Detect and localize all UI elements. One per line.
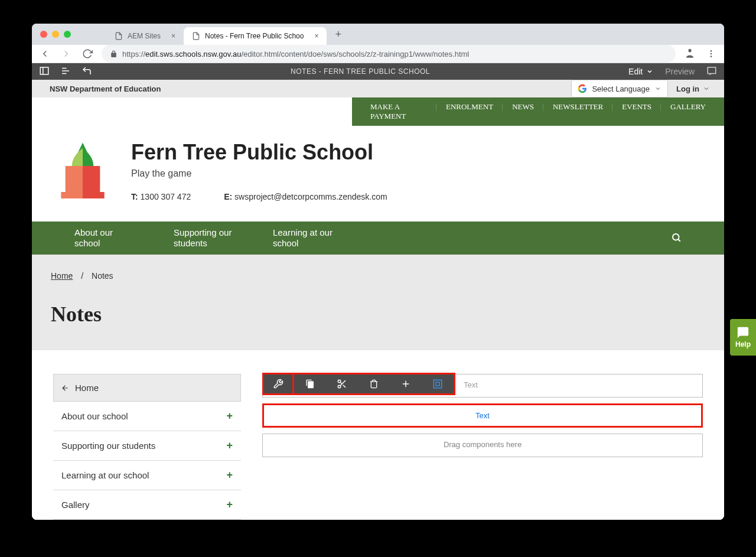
svg-point-14	[673, 234, 679, 240]
svg-point-2	[711, 56, 712, 57]
undo-icon[interactable]	[82, 66, 92, 78]
close-tab-icon[interactable]: ×	[314, 32, 318, 40]
side-menu: Home About our school+ Supporting our st…	[53, 374, 241, 520]
text-component-selected[interactable]: Text	[262, 403, 703, 428]
cut-button[interactable]	[326, 374, 358, 393]
url-host: edit.sws.schools.nsw.gov.au	[145, 50, 241, 58]
site-header: Fern Tree Public School Play the game T:…	[32, 126, 724, 222]
svg-rect-10	[66, 166, 83, 192]
insert-button[interactable]	[390, 374, 422, 393]
url-field[interactable]: https://edit.sws.schools.nsw.gov.au/edit…	[102, 45, 676, 63]
browser-tab-strip: AEM Sites × Notes - Fern Tree Public Sch…	[32, 24, 724, 45]
component-toolbar	[262, 373, 455, 395]
url-path: /editor.html/content/doe/sws/schools/z/z…	[241, 50, 469, 58]
svg-rect-12	[61, 192, 83, 198]
file-icon	[192, 32, 200, 40]
configure-button[interactable]	[262, 373, 294, 395]
page-title: Notes	[51, 302, 705, 327]
browser-tab-notes[interactable]: Notes - Fern Tree Public Schoo ×	[184, 27, 327, 45]
svg-rect-23	[434, 380, 442, 388]
forward-button[interactable]	[59, 47, 73, 61]
maximize-window-button[interactable]	[64, 31, 71, 38]
util-link-gallery[interactable]: GALLERY	[661, 97, 715, 126]
side-item-learning[interactable]: Learning at our school+	[53, 461, 241, 490]
svg-rect-11	[83, 166, 100, 192]
svg-rect-3	[40, 67, 48, 74]
reload-button[interactable]	[80, 47, 94, 61]
util-link-events[interactable]: EVENTS	[612, 97, 661, 126]
preview-button[interactable]: Preview	[665, 67, 695, 76]
lock-icon	[110, 50, 118, 58]
file-icon	[115, 32, 123, 40]
main-nav: About our school Supporting our students…	[32, 222, 724, 255]
new-tab-button[interactable]: +	[330, 28, 346, 41]
language-selector[interactable]: Select Language	[571, 80, 668, 97]
side-item-gallery[interactable]: Gallery+	[53, 490, 241, 520]
expand-icon[interactable]: +	[226, 469, 233, 481]
close-tab-icon[interactable]: ×	[171, 32, 175, 40]
breadcrumb-area: Home / Notes Notes	[32, 255, 724, 350]
back-button[interactable]	[38, 47, 52, 61]
side-item-about[interactable]: About our school+	[53, 402, 241, 431]
aem-page-title: NOTES - FERN TREE PUBLIC SCHOOL	[92, 67, 628, 76]
svg-rect-8	[708, 67, 716, 74]
arrow-left-icon	[61, 384, 69, 392]
address-bar: https://edit.sws.schools.nsw.gov.au/edit…	[32, 45, 724, 63]
phone-contact: T: 1300 307 472	[131, 192, 191, 201]
department-bar: NSW Department of Education Select Langu…	[32, 80, 724, 97]
side-item-supporting[interactable]: Supporting our students+	[53, 431, 241, 461]
svg-point-17	[338, 385, 341, 388]
side-home-link[interactable]: Home	[53, 374, 241, 402]
nav-learning[interactable]: Learning at our school	[273, 222, 356, 255]
expand-icon[interactable]: +	[226, 499, 233, 511]
expand-icon[interactable]: +	[226, 439, 233, 452]
close-window-button[interactable]	[40, 31, 47, 38]
svg-line-20	[340, 382, 342, 384]
chevron-down-icon	[646, 68, 653, 75]
school-name: Fern Tree Public School	[131, 140, 387, 165]
login-button[interactable]: Log in	[676, 84, 710, 93]
search-icon[interactable]	[671, 232, 682, 245]
aem-toolbar: NOTES - FERN TREE PUBLIC SCHOOL Edit Pre…	[32, 63, 724, 80]
school-tagline: Play the game	[131, 168, 387, 179]
page-info-icon[interactable]	[60, 66, 71, 78]
util-link-payment[interactable]: MAKE A PAYMENT	[361, 97, 436, 126]
parent-button[interactable]	[422, 374, 454, 393]
svg-line-15	[678, 239, 680, 242]
browser-tab-aem-sites[interactable]: AEM Sites ×	[106, 27, 184, 45]
svg-rect-13	[83, 192, 105, 198]
chevron-down-icon	[703, 85, 710, 92]
svg-point-16	[338, 380, 341, 383]
breadcrumb: Home / Notes	[51, 271, 705, 281]
breadcrumb-current: Notes	[92, 271, 113, 281]
util-link-newsletter[interactable]: NEWSLETTER	[543, 97, 612, 126]
utility-nav: MAKE A PAYMENT ENROLMENT NEWS NEWSLETTER…	[352, 97, 724, 126]
edit-mode-button[interactable]: Edit	[628, 67, 653, 76]
menu-button[interactable]	[704, 47, 718, 61]
breadcrumb-home[interactable]: Home	[51, 271, 73, 281]
school-logo	[56, 140, 110, 207]
drop-zone[interactable]: Drag components here	[262, 434, 703, 457]
sidepanel-toggle-icon[interactable]	[39, 66, 50, 78]
minimize-window-button[interactable]	[52, 31, 59, 38]
tab-label: Notes - Fern Tree Public Schoo	[205, 32, 304, 40]
department-name: NSW Department of Education	[50, 84, 161, 93]
chevron-down-icon	[654, 85, 662, 92]
util-link-enrolment[interactable]: ENROLMENT	[436, 97, 503, 126]
delete-button[interactable]	[358, 374, 390, 393]
expand-icon[interactable]: +	[226, 410, 233, 422]
google-icon	[578, 84, 587, 93]
util-link-news[interactable]: NEWS	[503, 97, 543, 126]
tab-label: AEM Sites	[128, 32, 161, 40]
nav-about[interactable]: About our school	[74, 222, 157, 255]
profile-button[interactable]	[683, 47, 697, 61]
svg-point-1	[711, 53, 712, 55]
svg-line-19	[343, 385, 346, 387]
nav-supporting[interactable]: Supporting our students	[174, 222, 256, 255]
annotate-icon[interactable]	[706, 66, 717, 78]
content-area: Home About our school+ Supporting our st…	[32, 350, 724, 520]
copy-button[interactable]	[294, 374, 326, 393]
svg-point-0	[711, 50, 712, 52]
editor-column: Text Text Drag components here	[262, 374, 703, 520]
window-controls	[40, 31, 71, 38]
